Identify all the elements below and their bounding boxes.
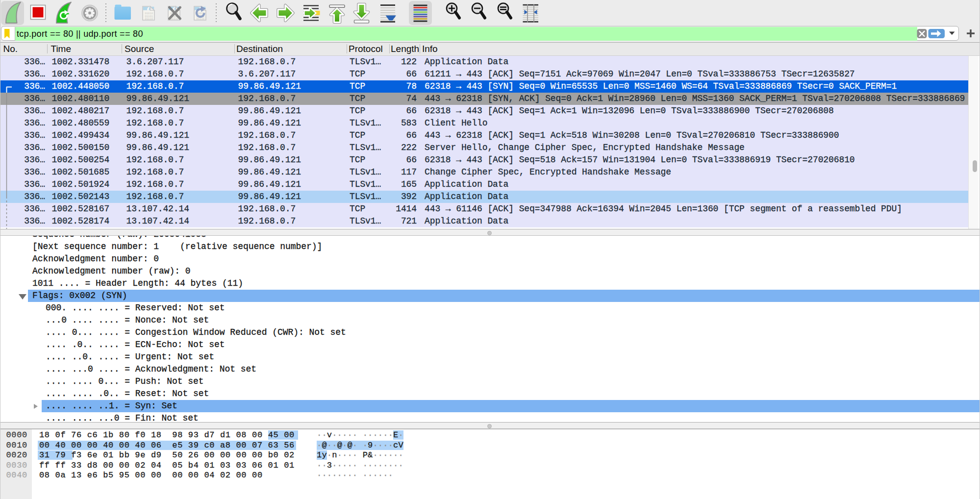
svg-text:01110: 01110 (145, 17, 153, 21)
